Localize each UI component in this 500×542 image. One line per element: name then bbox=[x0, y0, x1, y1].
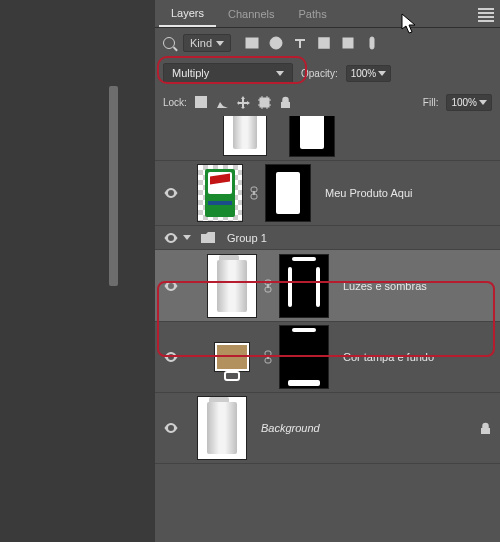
mask-thumbnail[interactable] bbox=[279, 254, 329, 318]
visibility-toggle[interactable] bbox=[163, 280, 179, 292]
svg-rect-16 bbox=[253, 191, 255, 195]
svg-rect-7 bbox=[371, 38, 373, 41]
visibility-toggle[interactable] bbox=[163, 187, 179, 199]
filter-kind-dropdown[interactable]: Kind bbox=[183, 34, 231, 52]
chevron-down-icon bbox=[216, 41, 224, 46]
fill-label: Fill: bbox=[423, 97, 439, 108]
visibility-toggle[interactable] bbox=[163, 232, 179, 244]
lock-label: Lock: bbox=[163, 97, 187, 108]
layer-row-background[interactable]: Background bbox=[155, 393, 500, 464]
svg-rect-8 bbox=[195, 96, 201, 102]
visibility-toggle[interactable] bbox=[163, 351, 179, 363]
svg-rect-19 bbox=[267, 284, 269, 288]
blend-mode-row: Multiply Opacity: 100% bbox=[155, 58, 500, 88]
layer-row-luzes[interactable]: Luzes e sombras bbox=[155, 250, 500, 322]
lock-all-icon[interactable] bbox=[279, 96, 292, 109]
search-icon bbox=[163, 37, 175, 49]
svg-rect-9 bbox=[201, 102, 207, 108]
folder-icon bbox=[201, 232, 215, 243]
svg-rect-5 bbox=[345, 40, 351, 46]
opacity-label: Opacity: bbox=[301, 68, 338, 79]
mask-thumbnail[interactable] bbox=[289, 116, 335, 157]
filter-kind-label: Kind bbox=[190, 37, 212, 49]
filter-smartobject-icon[interactable] bbox=[341, 36, 355, 50]
layer-name[interactable]: Luzes e sombras bbox=[343, 280, 427, 292]
svg-rect-12 bbox=[260, 98, 269, 107]
link-icon[interactable] bbox=[249, 186, 259, 200]
layers-list: Meu Produto Aqui Group 1 bbox=[155, 116, 500, 542]
lock-image-icon[interactable] bbox=[216, 96, 229, 109]
svg-rect-3 bbox=[319, 38, 329, 48]
filter-shape-icon[interactable] bbox=[317, 36, 331, 50]
tab-channels[interactable]: Channels bbox=[216, 2, 286, 26]
blend-mode-value: Multiply bbox=[172, 67, 209, 79]
link-icon[interactable] bbox=[263, 279, 273, 293]
fill-value[interactable]: 100% bbox=[446, 94, 492, 111]
visibility-toggle[interactable] bbox=[163, 422, 179, 434]
panel-tabbar: Layers Channels Paths bbox=[155, 0, 500, 28]
chevron-down-icon bbox=[276, 71, 284, 76]
tab-paths[interactable]: Paths bbox=[287, 2, 339, 26]
panel-menu-icon[interactable] bbox=[478, 8, 494, 20]
chevron-down-icon bbox=[378, 71, 386, 76]
filter-toggle-icon[interactable] bbox=[365, 36, 379, 50]
layer-filter-row: Kind bbox=[155, 28, 500, 58]
svg-rect-23 bbox=[481, 428, 490, 434]
ruler bbox=[109, 86, 118, 286]
lock-transparent-icon[interactable] bbox=[195, 96, 208, 109]
filter-type-icon[interactable] bbox=[293, 36, 307, 50]
layer-thumbnail[interactable] bbox=[223, 116, 267, 156]
mask-thumbnail[interactable] bbox=[265, 164, 311, 222]
layer-thumbnail[interactable] bbox=[207, 325, 257, 389]
chevron-down-icon bbox=[479, 100, 487, 105]
lock-row: Lock: Fill: 100% bbox=[155, 88, 500, 116]
svg-rect-13 bbox=[281, 102, 290, 108]
tab-layers[interactable]: Layers bbox=[159, 1, 216, 27]
lock-artboard-icon[interactable] bbox=[258, 96, 271, 109]
layer-name[interactable]: Meu Produto Aqui bbox=[325, 187, 412, 199]
layers-panel: Layers Channels Paths Kind Multiply Opac… bbox=[155, 0, 500, 542]
group-collapse-icon[interactable] bbox=[183, 235, 191, 240]
layer-row-tampa[interactable]: Cor tampa e fundo bbox=[155, 322, 500, 393]
layer-name[interactable]: Cor tampa e fundo bbox=[343, 351, 434, 363]
layer-group-row[interactable]: Group 1 bbox=[155, 226, 500, 250]
svg-rect-11 bbox=[195, 102, 201, 108]
cursor-icon bbox=[401, 13, 419, 35]
layer-row-produto[interactable]: Meu Produto Aqui bbox=[155, 161, 500, 226]
opacity-value[interactable]: 100% bbox=[346, 65, 392, 82]
filter-adjustment-icon[interactable] bbox=[269, 36, 283, 50]
layer-name[interactable]: Background bbox=[261, 422, 320, 434]
blend-mode-dropdown[interactable]: Multiply bbox=[163, 63, 293, 83]
lock-position-icon[interactable] bbox=[237, 96, 250, 109]
layer-thumbnail[interactable] bbox=[197, 164, 243, 222]
svg-rect-10 bbox=[201, 96, 207, 102]
layer-row[interactable] bbox=[155, 116, 500, 161]
filter-pixel-icon[interactable] bbox=[245, 36, 259, 50]
lock-icon[interactable] bbox=[478, 421, 492, 435]
layer-thumbnail[interactable] bbox=[207, 254, 257, 318]
layer-name[interactable]: Group 1 bbox=[227, 232, 267, 244]
layer-thumbnail[interactable] bbox=[197, 396, 247, 460]
link-icon[interactable] bbox=[263, 350, 273, 364]
mask-thumbnail[interactable] bbox=[279, 325, 329, 389]
svg-rect-22 bbox=[267, 355, 269, 359]
